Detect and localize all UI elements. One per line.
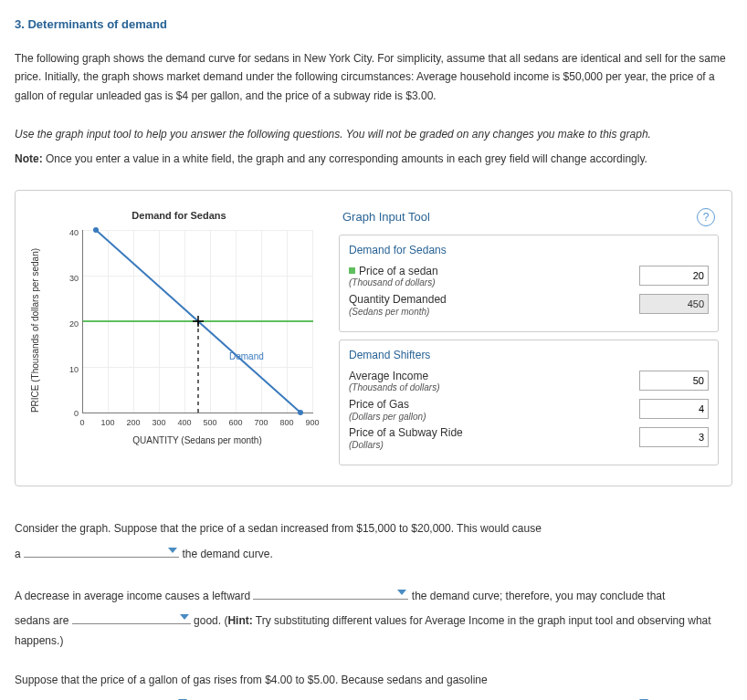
q1-part-a: a [15,548,21,560]
tool-title: Graph Input Tool [342,207,430,227]
panel-shifters-title: Demand Shifters [349,346,709,364]
row-quantity: Quantity Demanded (Sedans per month) [349,294,709,317]
x-tick: 200 [124,416,142,430]
gas-label: Price of Gas [349,398,409,411]
price-input[interactable] [639,266,709,286]
qty-label: Quantity Demanded [349,293,447,306]
income-sublabel: (Thousands of dollars) [349,382,632,393]
questions: Consider the graph. Suppose that the pri… [15,519,732,700]
x-tick: 400 [175,416,194,430]
x-tick: 500 [201,416,219,430]
subway-label: Price of a Subway Ride [349,426,463,439]
gas-sublabel: (Dollars per gallon) [349,412,632,423]
q1: Consider the graph. Suppose that the pri… [15,519,732,564]
q3-dropdown-2[interactable] [605,695,650,700]
panel-demand: Demand for Sedans Price of a sedan (Thou… [339,235,719,332]
x-axis-label: QUANTITY (Sedans per month) [28,433,330,448]
demand-point [298,410,303,415]
note-label: Note: [15,152,43,165]
price-label: Price of a sedan [359,265,438,277]
x-tick: 700 [252,416,270,430]
x-tick: 0 [73,416,91,430]
series-label: Demand [229,349,264,364]
q2: A decrease in average income causes a le… [15,585,732,652]
intro-paragraph: The following graph shows the demand cur… [15,49,732,105]
x-tick: 600 [226,416,245,430]
q2-part-2a: sedans are [15,614,72,627]
price-sublabel: (Thousand of dollars) [349,277,632,288]
help-icon[interactable]: ? [697,208,715,226]
q2-part-1a: A decrease in average income causes a le… [15,590,253,602]
x-tick: 300 [150,416,168,430]
income-label: Average Income [349,370,428,382]
qty-output [639,294,709,314]
y-tick: 10 [66,363,79,377]
row-gas: Price of Gas (Dollars per gallon) [349,399,709,422]
panel-shifters: Demand Shifters Average Income (Thousand… [339,340,719,465]
subway-sublabel: (Dollars) [349,440,632,451]
panel-demand-title: Demand for Sedans [349,241,709,259]
income-input[interactable] [639,371,709,391]
x-tick: 800 [278,416,296,430]
q2-dropdown-1[interactable] [253,585,408,600]
row-income: Average Income (Thousands of dollars) [349,371,709,393]
chart-column: Demand for Sedans PRICE (Thousands of do… [28,207,330,473]
gas-input[interactable] [639,399,709,419]
instructions-use: Use the graph input tool to help you ans… [15,125,732,143]
q3: Suppose that the price of a gallon of ga… [15,671,732,700]
q3-line1: Suppose that the price of a gallon of ga… [15,671,732,691]
chart-wrap[interactable]: PRICE (Thousands of dollars per sedan) 4… [38,230,320,431]
x-tick: 900 [303,416,321,430]
demand-point [93,227,99,233]
row-price: Price of a sedan (Thousand of dollars) [349,266,709,288]
note-text: Once you enter a value in a white field,… [43,152,647,165]
instructions-note: Note: Once you enter a value in a white … [15,150,732,168]
q2-dropdown-2[interactable] [72,610,191,624]
y-tick: 30 [66,272,79,286]
y-tick: 40 [66,226,79,240]
x-tick: 100 [99,416,117,430]
intro-text: The following graph shows the demand cur… [15,49,732,105]
q2-part-1b: the demand curve; therefore, you may con… [412,590,666,602]
y-axis-label: PRICE (Thousands of dollars per sedan) [27,248,43,413]
q1-dropdown[interactable] [24,543,179,558]
qty-sublabel: (Sedans per month) [349,307,632,318]
subway-input[interactable] [639,427,709,447]
q3-dropdown-1[interactable] [34,695,189,700]
work-area: Demand for Sedans PRICE (Thousands of do… [15,190,732,486]
y-tick: 20 [66,318,79,331]
question-heading: 3. Determinants of demand [15,15,732,35]
row-subway: Price of a Subway Ride (Dollars) [349,427,709,450]
series-marker-icon [349,267,355,274]
instructions: Use the graph input tool to help you ans… [15,125,732,168]
tool-column: Graph Input Tool ? Demand for Sedans Pri… [339,207,719,473]
q1-part-b: the demand curve. [182,548,272,560]
q2-part-2b: good. ( [194,614,227,627]
hint-label: Hint: [227,614,252,627]
chart-title: Demand for Sedans [28,207,330,225]
plot-area[interactable]: Demand [82,230,313,413]
q1-line1: Consider the graph. Suppose that the pri… [15,519,732,539]
chart-svg [83,230,313,413]
